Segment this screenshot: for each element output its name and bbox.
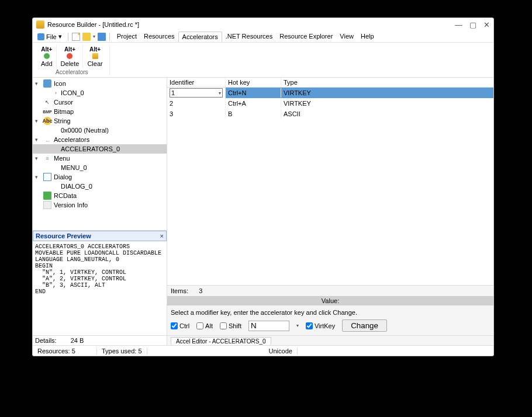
delete-keycap: Alt+ — [64, 46, 75, 53]
cell-hotkey[interactable]: B — [226, 109, 281, 119]
cell-type[interactable]: VIRTKEY — [281, 99, 493, 108]
chevron-down-icon[interactable]: ▾ — [219, 91, 221, 96]
tree-item-label: Cursor — [54, 99, 73, 106]
preview-title: Resource Preview — [36, 232, 91, 239]
shift-checkbox[interactable]: Shift — [220, 322, 241, 329]
expander-icon[interactable]: ▾ — [35, 81, 41, 86]
table-row[interactable]: 1▾Ctrl+NVIRTKEY — [167, 88, 493, 98]
cell-identifier[interactable]: 3 — [167, 109, 226, 119]
tree-item-label: Icon — [54, 80, 66, 87]
tree-item[interactable]: ACCELERATORS_0 — [33, 144, 167, 154]
tree-item[interactable]: Version Info — [33, 200, 167, 210]
cell-identifier[interactable]: 1▾ — [167, 88, 226, 99]
icon-icon — [43, 79, 51, 88]
divider — [109, 33, 110, 41]
minimize-button[interactable]: — — [455, 20, 462, 29]
menu-accelerators[interactable]: Accelerators — [178, 32, 222, 42]
cell-type[interactable]: VIRTKEY — [281, 88, 493, 98]
file-menu-arrow-icon: ▾ — [58, 33, 62, 40]
add-button[interactable]: Alt+ Add — [38, 44, 57, 69]
table-row[interactable]: 2Ctrl+AVIRTKEY — [167, 98, 493, 109]
menu-help[interactable]: Help — [357, 32, 378, 42]
tree-item[interactable]: MENU_0 — [33, 163, 167, 172]
menu-resources[interactable]: Resources — [140, 32, 178, 42]
alt-checkbox[interactable]: Alt — [196, 322, 213, 329]
items-value: 3 — [199, 287, 202, 294]
maximize-button[interactable]: ▢ — [469, 20, 476, 29]
identifier-input[interactable]: 1▾ — [170, 88, 223, 98]
expander-icon[interactable]: › — [55, 90, 61, 96]
col-identifier[interactable]: Identifier — [167, 78, 226, 87]
cell-hotkey[interactable]: Ctrl+N — [226, 88, 281, 98]
tree-item-label: MENU_0 — [61, 164, 87, 171]
alt-checkbox-input[interactable] — [196, 322, 203, 329]
new-icon[interactable] — [72, 33, 80, 41]
close-button[interactable]: ✕ — [483, 20, 490, 29]
cell-hotkey[interactable]: Ctrl+A — [226, 99, 281, 108]
tree-item[interactable]: ▾AbcString — [33, 116, 167, 126]
preview-close-icon[interactable]: × — [160, 232, 164, 239]
expander-icon[interactable]: ▾ — [35, 174, 41, 180]
preview-body: ACCELERATORS_0 ACCELERATORS MOVEABLE PUR… — [33, 241, 167, 335]
alt-label: Alt — [205, 322, 213, 329]
open-dropdown-icon[interactable]: ▾ — [93, 34, 95, 39]
tab-accel-editor[interactable]: Accel Editor - ACCELERATORS_0 — [171, 337, 271, 345]
menu-resource-explorer[interactable]: Resource Explorer — [276, 32, 336, 42]
cell-identifier[interactable]: 2 — [167, 99, 226, 108]
disk-icon — [37, 33, 44, 40]
file-menu-button[interactable]: File ▾ — [35, 33, 64, 40]
delete-button[interactable]: Alt+ Delete — [58, 44, 84, 69]
tree-item-label: DIALOG_0 — [61, 183, 92, 190]
tree-item[interactable]: ▾Icon — [33, 79, 167, 88]
tree-item-label: RCData — [54, 192, 77, 199]
clear-button[interactable]: Alt+ Clear — [84, 44, 105, 69]
save-icon[interactable] — [98, 33, 106, 41]
tree-item-label: Menu — [54, 155, 70, 162]
details-bar: Details: 24 B — [33, 335, 167, 345]
tree-item[interactable]: ›ICON_0 — [33, 88, 167, 98]
status-unicode: Unicode — [264, 348, 298, 355]
table-row[interactable]: 3BASCII — [167, 109, 493, 119]
cell-type[interactable]: ASCII — [281, 109, 493, 119]
expander-icon[interactable]: ▾ — [35, 118, 41, 124]
tree-item[interactable]: ▾Dialog — [33, 172, 167, 182]
key-input[interactable] — [248, 321, 289, 331]
open-icon[interactable] — [82, 33, 91, 41]
shift-checkbox-input[interactable] — [220, 322, 227, 329]
menu-view[interactable]: View — [336, 32, 357, 42]
expander-icon[interactable]: ▾ — [35, 155, 41, 161]
col-hotkey[interactable]: Hot key — [226, 78, 281, 87]
tree-item-label: ICON_0 — [61, 89, 84, 96]
tree-item[interactable]: DIALOG_0 — [33, 182, 167, 191]
broom-icon — [92, 53, 98, 59]
tree-item-label: Version Info — [54, 201, 88, 208]
accelerator-grid[interactable]: 1▾Ctrl+NVIRTKEY2Ctrl+AVIRTKEY3BASCII — [167, 88, 493, 285]
col-type[interactable]: Type — [281, 78, 493, 87]
tree-item[interactable]: 0x0000 (Neutral) — [33, 126, 167, 135]
details-value: 24 B — [71, 337, 84, 344]
file-menu-label: File — [46, 33, 57, 40]
menu--net-resources[interactable]: .NET Resources — [222, 32, 277, 42]
plus-icon — [44, 53, 50, 59]
tree-item[interactable]: RCData — [33, 191, 167, 200]
expander-icon[interactable]: ▾ — [35, 137, 41, 143]
virtkey-checkbox-input[interactable] — [306, 322, 313, 329]
ver-icon — [43, 201, 51, 209]
tree-item[interactable]: ▾≡Menu — [33, 154, 167, 163]
tree-item[interactable]: ▾⎵Accelerators — [33, 135, 167, 144]
tree-item[interactable]: ↖Cursor — [33, 98, 167, 107]
menu-project[interactable]: Project — [113, 32, 140, 42]
ctrl-checkbox[interactable]: Ctrl — [171, 322, 189, 329]
ribbon-group-accelerators: Alt+ Add Alt+ Delete Alt+ Clear Accelera… — [34, 44, 110, 75]
resource-tree[interactable]: ▾Icon›ICON_0↖CursorBMPBitmap▾AbcString0x… — [33, 78, 167, 230]
tree-item-label: String — [54, 117, 71, 124]
virtkey-checkbox[interactable]: VirtKey — [306, 322, 335, 329]
tree-item-label: 0x0000 (Neutral) — [61, 127, 109, 134]
change-button[interactable]: Change — [342, 319, 387, 332]
ctrl-checkbox-input[interactable] — [171, 322, 178, 329]
menu-icon: ≡ — [43, 154, 51, 162]
key-dropdown-icon[interactable]: ▾ — [296, 323, 299, 328]
editor-hint: Select a modifier key, enter the acceler… — [171, 309, 490, 316]
tree-item[interactable]: BMPBitmap — [33, 107, 167, 116]
ribbon-group-label: Accelerators — [56, 69, 88, 75]
